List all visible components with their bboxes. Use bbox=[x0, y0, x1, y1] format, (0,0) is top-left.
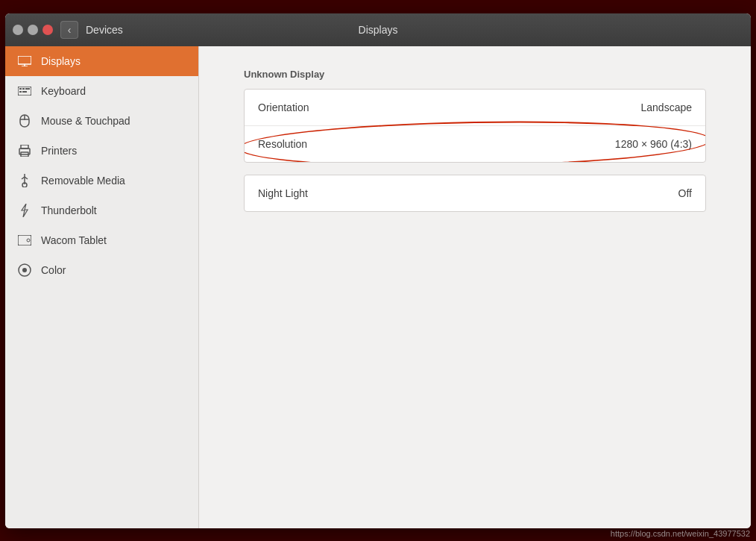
sidebar-label-thunderbolt: Thunderbolt bbox=[41, 204, 97, 216]
sidebar-label-wacom-tablet: Wacom Tablet bbox=[41, 234, 107, 246]
sidebar-label-color: Color bbox=[41, 264, 66, 276]
svg-rect-7 bbox=[19, 91, 22, 93]
sidebar-item-wacom-tablet[interactable]: Wacom Tablet bbox=[5, 225, 198, 255]
night-light-label: Night Light bbox=[258, 187, 308, 199]
sidebar-label-displays: Displays bbox=[41, 55, 81, 67]
sidebar-item-keyboard[interactable]: Keyboard bbox=[5, 76, 198, 106]
svg-rect-8 bbox=[22, 91, 27, 93]
window-controls bbox=[13, 25, 53, 35]
display-settings-group: Orientation Landscape Resolution 1280 × … bbox=[244, 89, 706, 163]
sidebar-label-keyboard: Keyboard bbox=[41, 85, 86, 97]
display-icon bbox=[17, 54, 32, 69]
orientation-row[interactable]: Orientation Landscape bbox=[245, 90, 705, 126]
sidebar-label-printers: Printers bbox=[41, 145, 77, 157]
close-button[interactable] bbox=[42, 25, 53, 35]
sidebar-label-removable-media: Removable Media bbox=[41, 175, 125, 187]
sidebar-item-removable-media[interactable]: Removable Media bbox=[5, 166, 198, 196]
sidebar-item-color[interactable]: Color bbox=[5, 255, 198, 285]
svg-marker-20 bbox=[22, 204, 28, 217]
resolution-label: Resolution bbox=[258, 138, 307, 150]
titlebar-left: ‹ Devices bbox=[13, 21, 207, 39]
night-light-settings-group: Night Light Off bbox=[244, 175, 706, 212]
app-window: ‹ Devices Displays Displays bbox=[5, 13, 751, 528]
color-icon bbox=[17, 263, 32, 278]
night-light-value: Off bbox=[678, 187, 692, 199]
sidebar-item-thunderbolt[interactable]: Thunderbolt bbox=[5, 196, 198, 225]
resolution-row[interactable]: Resolution 1280 × 960 (4:3) bbox=[245, 126, 705, 162]
svg-rect-0 bbox=[18, 56, 31, 64]
section-title: Devices bbox=[86, 24, 123, 36]
thunderbolt-icon bbox=[17, 203, 32, 218]
sidebar-item-mouse-touchpad[interactable]: Mouse & Touchpad bbox=[5, 106, 198, 136]
svg-point-22 bbox=[27, 239, 30, 242]
keyboard-icon bbox=[17, 84, 32, 98]
window-title: Displays bbox=[359, 24, 398, 36]
sidebar: Displays Keyboard bbox=[5, 46, 199, 528]
sidebar-item-displays[interactable]: Displays bbox=[5, 46, 198, 76]
orientation-value: Landscape bbox=[640, 101, 692, 113]
sidebar-label-mouse-touchpad: Mouse & Touchpad bbox=[41, 115, 130, 127]
svg-rect-21 bbox=[18, 235, 31, 246]
back-icon: ‹ bbox=[68, 24, 72, 36]
titlebar-center: Displays bbox=[207, 23, 549, 37]
svg-rect-14 bbox=[21, 145, 28, 148]
orientation-label: Orientation bbox=[258, 101, 309, 113]
display-name: Unknown Display bbox=[244, 69, 706, 80]
minimize-button[interactable] bbox=[13, 25, 23, 35]
titlebar: ‹ Devices Displays bbox=[5, 13, 751, 46]
usb-icon bbox=[17, 173, 32, 188]
svg-rect-5 bbox=[22, 88, 25, 90]
night-light-row[interactable]: Night Light Off bbox=[245, 175, 705, 211]
resolution-value: 1280 × 960 (4:3) bbox=[615, 138, 692, 150]
main-content: Unknown Display Orientation Landscape Re… bbox=[199, 46, 751, 528]
printer-icon bbox=[17, 143, 32, 158]
body: Displays Keyboard bbox=[5, 46, 751, 528]
svg-rect-9 bbox=[28, 88, 30, 90]
svg-point-24 bbox=[22, 268, 27, 272]
svg-rect-6 bbox=[25, 88, 28, 90]
mouse-icon bbox=[17, 113, 32, 128]
svg-rect-4 bbox=[19, 88, 22, 90]
back-button[interactable]: ‹ bbox=[60, 21, 78, 39]
tablet-icon bbox=[17, 233, 32, 248]
maximize-button[interactable] bbox=[28, 25, 38, 35]
sidebar-item-printers[interactable]: Printers bbox=[5, 136, 198, 166]
